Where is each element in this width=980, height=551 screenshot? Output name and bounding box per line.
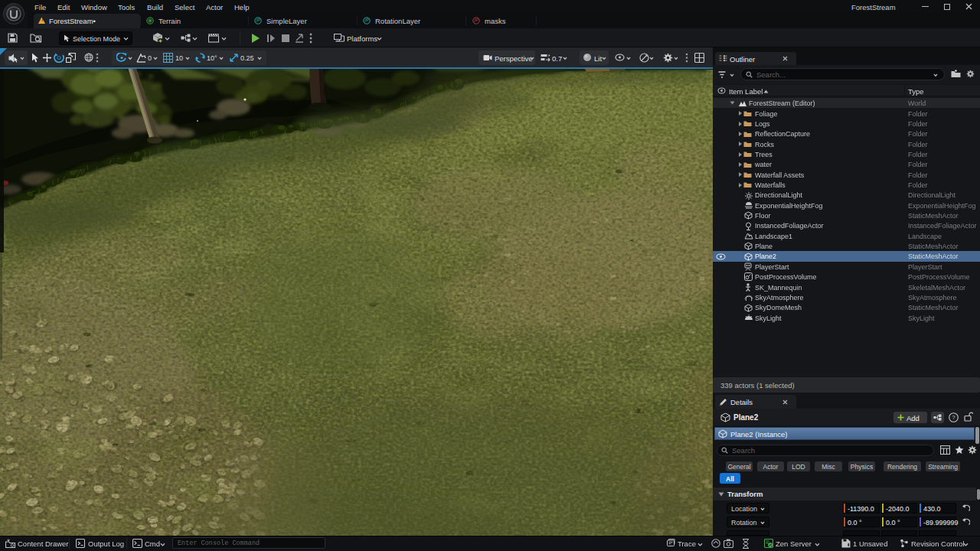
svg-text:?: ? bbox=[952, 414, 956, 421]
